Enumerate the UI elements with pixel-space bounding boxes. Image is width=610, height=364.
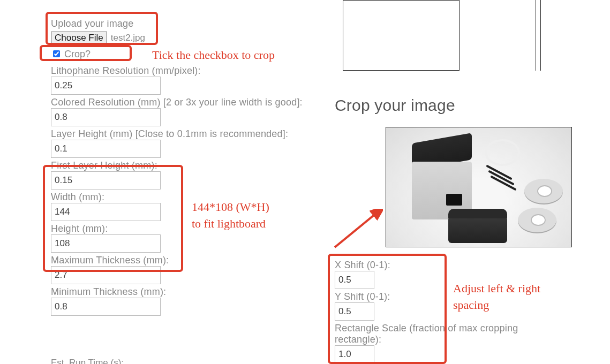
crop-your-image-title: Crop your image	[335, 96, 455, 115]
litho-res-input[interactable]	[51, 77, 161, 95]
chosen-filename: test2.jpg	[111, 33, 145, 43]
annotation-dims-line1: 144*108 (W*H)	[192, 200, 269, 214]
annotation-spacing-line1: Adjust left & right	[453, 282, 540, 295]
max-thickness-label: Maximum Thickness (mm):	[51, 255, 313, 266]
annotation-tick-checkbox: Tick the checkbox to crop	[152, 47, 275, 64]
svg-line-0	[335, 213, 376, 247]
height-label: Height (mm):	[51, 223, 313, 234]
est-run-time-label: Est. Run Time (s):	[51, 358, 124, 364]
first-layer-label: First Layer Height (mm):	[51, 160, 313, 171]
annotation-dims-line2: to fit lightboard	[192, 217, 266, 230]
layer-height-label: Layer Height (mm) [Close to 0.1mm is rec…	[51, 128, 313, 140]
crop-checkbox[interactable]	[53, 50, 60, 57]
first-layer-input[interactable]	[51, 171, 161, 189]
layer-height-input[interactable]	[51, 140, 161, 158]
yshift-input[interactable]	[335, 302, 374, 321]
top-preview-box-1	[343, 0, 460, 71]
annotation-arrow-icon	[329, 209, 383, 252]
min-thickness-label: Minimum Thickness (mm):	[51, 286, 313, 298]
min-thickness-input[interactable]	[51, 298, 161, 316]
rect-scale-input[interactable]	[335, 345, 374, 363]
max-thickness-input[interactable]	[51, 266, 161, 284]
colored-res-label: Colored Resolution (mm) [2 or 3x your li…	[51, 97, 313, 108]
annotation-spacing-line2: spacing	[453, 298, 489, 312]
xshift-input[interactable]	[335, 271, 374, 289]
width-label: Width (mm):	[51, 192, 313, 203]
xshift-label: X Shift (0-1):	[335, 260, 565, 271]
litho-res-label: Lithophane Resolution (mm/pixel):	[51, 65, 313, 77]
crop-preview-image	[386, 127, 572, 247]
crop-checkbox-label: Crop?	[64, 49, 91, 59]
upload-image-label: Upload your image	[51, 18, 313, 29]
width-input[interactable]	[51, 203, 161, 221]
height-input[interactable]	[51, 234, 161, 253]
choose-file-button[interactable]: Choose File	[51, 32, 107, 44]
colored-res-input[interactable]	[51, 108, 161, 126]
top-preview-box-2	[536, 0, 541, 71]
rect-scale-label: Rectangle Scale (fraction of max croppin…	[335, 323, 565, 345]
